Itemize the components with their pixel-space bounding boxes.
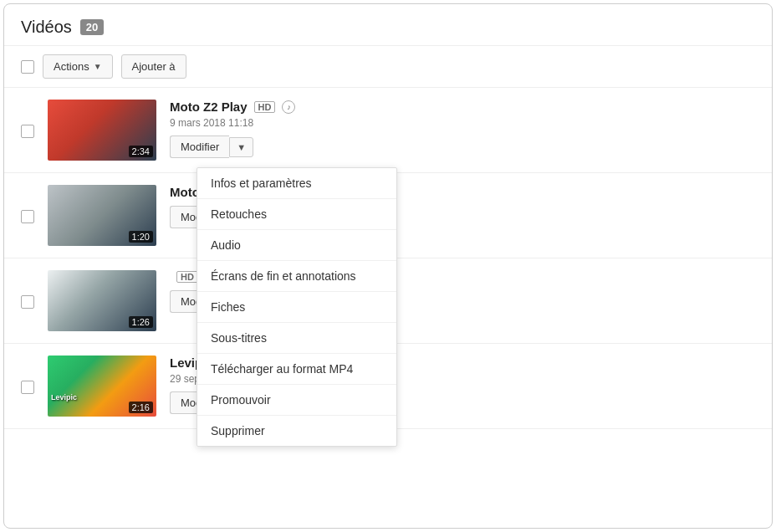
dropdown-item-retouches[interactable]: Retouches xyxy=(197,199,396,230)
levipic-thumb-text: Levipic xyxy=(51,393,77,402)
dropdown-item-soustitres[interactable]: Sous-titres xyxy=(197,323,396,354)
hd-badge-3: HD xyxy=(176,271,198,283)
title-row-1: Moto Z2 Play HD ♪ xyxy=(170,100,755,114)
duration-3: 1:26 xyxy=(129,316,153,328)
duration-2: 1:20 xyxy=(129,231,153,243)
dropdown-menu: Infos et paramètres Retouches Audio Écra… xyxy=(197,167,397,447)
row-checkbox-2[interactable] xyxy=(21,210,34,223)
page-header: Vidéos 20 xyxy=(4,4,772,46)
toolbar: Actions ▼ Ajouter à xyxy=(4,46,772,88)
dropdown-item-supprimer[interactable]: Supprimer xyxy=(197,416,396,446)
thumbnail-2: 1:20 xyxy=(48,185,156,246)
dropdown-item-infos[interactable]: Infos et paramètres xyxy=(197,168,396,199)
video-row-1: 2:34 Moto Z2 Play HD ♪ 9 mars 2018 11:18… xyxy=(4,88,772,173)
main-container: Vidéos 20 Actions ▼ Ajouter à 2:34 Moto … xyxy=(3,3,773,529)
dropdown-item-ecrans[interactable]: Écrans de fin et annotations xyxy=(197,261,396,292)
thumbnail-1: 2:34 xyxy=(48,100,156,161)
actions-arrow-icon: ▼ xyxy=(94,62,102,71)
row-checkbox-1[interactable] xyxy=(21,125,34,138)
page-title: Vidéos xyxy=(21,18,72,37)
dropdown-item-fiches[interactable]: Fiches xyxy=(197,292,396,323)
ajouter-button[interactable]: Ajouter à xyxy=(121,54,186,79)
duration-4: 2:16 xyxy=(129,402,153,413)
video-info-1: Moto Z2 Play HD ♪ 9 mars 2018 11:18 Modi… xyxy=(170,100,755,158)
row-checkbox-3[interactable] xyxy=(21,295,34,309)
video-date-1: 9 mars 2018 11:18 xyxy=(170,117,755,129)
actions-label: Actions xyxy=(54,60,89,73)
ajouter-label: Ajouter à xyxy=(132,60,176,73)
video-count-badge: 20 xyxy=(80,19,104,35)
row-checkbox-4[interactable] xyxy=(21,381,34,394)
music-icon-1: ♪ xyxy=(282,100,295,114)
video-list: 2:34 Moto Z2 Play HD ♪ 9 mars 2018 11:18… xyxy=(4,88,772,523)
hd-badge-1: HD xyxy=(254,101,276,113)
dropdown-item-telecharger[interactable]: Télécharger au format MP4 xyxy=(197,354,396,385)
thumbnail-3: 1:26 xyxy=(48,270,156,331)
dropdown-item-promouvoir[interactable]: Promouvoir xyxy=(197,385,396,416)
modify-button-1[interactable]: Modifier xyxy=(170,136,229,158)
dropdown-item-audio[interactable]: Audio xyxy=(197,230,396,261)
duration-1: 2:34 xyxy=(129,146,153,157)
modify-wrap-1: Modifier ▼ xyxy=(170,136,755,158)
select-all-checkbox[interactable] xyxy=(21,60,34,74)
thumbnail-4: Levipic 2:16 xyxy=(48,356,156,417)
actions-button[interactable]: Actions ▼ xyxy=(43,54,113,79)
video-name-1: Moto Z2 Play xyxy=(170,100,248,114)
modify-dropdown-toggle-1[interactable]: ▼ xyxy=(229,137,253,157)
